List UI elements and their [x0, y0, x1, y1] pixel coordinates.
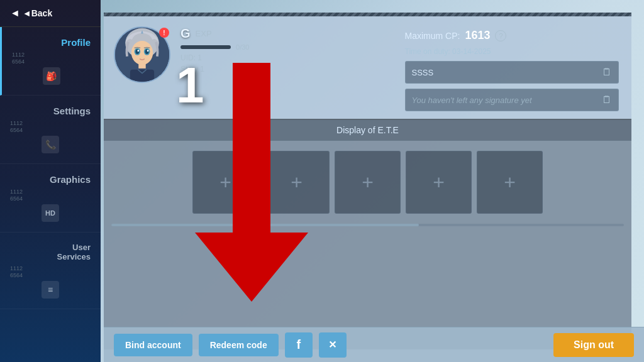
ete-header: Display of E.T.E: [104, 120, 631, 141]
profile-info: G EXP 0/30 UID: 1 Story 1: [180, 26, 395, 74]
profile-exp-label: EXP: [196, 29, 212, 38]
graphics-icon: HD: [42, 204, 59, 222]
sidebar-item-profile[interactable]: Profile 1112 6564 🎒: [0, 27, 101, 96]
profile-uid: UID: 1: [180, 53, 395, 62]
redeem-code-button[interactable]: Redeem code: [199, 334, 279, 356]
nickname-field[interactable]: SSSS 🗒: [405, 61, 619, 84]
cp-value: 1613: [465, 29, 490, 42]
back-label: ◄Back: [23, 8, 52, 18]
svg-point-8: [137, 50, 139, 52]
ete-slot-3[interactable]: +: [335, 151, 401, 214]
ete-plus-4: +: [433, 172, 445, 192]
sidebar-label-graphics: Graphics: [5, 174, 96, 185]
right-info-panel: Maximum CP: 1613 ? Time on duty: 03-14-2…: [405, 26, 619, 111]
user-services-icon: ≡: [42, 281, 59, 299]
back-icon: ◄: [10, 8, 20, 19]
sidebar: ◄ ◄Back Profile 1112 6564 🎒 Settings 111…: [0, 0, 101, 362]
signature-edit-icon[interactable]: 🗒: [602, 94, 612, 106]
nickname-value: SSSS: [412, 68, 434, 77]
facebook-button[interactable]: f: [285, 332, 313, 358]
profile-name-row: G EXP: [180, 26, 395, 41]
nickname-edit-icon[interactable]: 🗒: [602, 67, 612, 78]
profile-story: Story 1: [180, 65, 395, 74]
facebook-icon: f: [296, 337, 301, 352]
signature-field[interactable]: You haven't left any signature yet 🗒: [405, 89, 619, 111]
bottom-bar: Bind account Redeem code f ✕ Sign out: [104, 327, 644, 362]
ete-slot-5[interactable]: +: [477, 151, 543, 214]
sidebar-icon-row-graphics: HD: [42, 204, 59, 222]
profile-exp-bar-container: 0/30: [180, 43, 395, 51]
sidebar-icon-row-profile: 🎒: [43, 67, 60, 85]
sidebar-label-profile: Profile: [7, 37, 96, 48]
cp-help-icon[interactable]: ?: [495, 30, 506, 41]
sidebar-label-user-services: UserServices: [5, 243, 96, 261]
sidebar-icon-row-user-services: ≡: [42, 281, 59, 299]
back-button[interactable]: ◄ ◄Back: [0, 0, 101, 27]
sidebar-item-graphics[interactable]: Graphics 1112 6564 HD: [0, 164, 101, 233]
cp-row: Maximum CP: 1613 ?: [405, 29, 619, 42]
ete-scroll-hint: [111, 224, 624, 226]
profile-section: ! G EXP 0/30 UID: 1 Story 1: [104, 16, 631, 119]
sidebar-meta-graphics: 1112 6564: [5, 189, 96, 202]
sign-out-button[interactable]: Sign out: [553, 333, 634, 357]
sidebar-icon-row-settings: 📞: [42, 136, 59, 153]
max-cp-label: Maximum CP:: [405, 31, 460, 41]
svg-rect-11: [130, 70, 154, 82]
twitter-button[interactable]: ✕: [319, 332, 347, 358]
ete-slot-2[interactable]: +: [264, 151, 330, 214]
ete-section: Display of E.T.E + + + + +: [104, 119, 631, 349]
main-panel: ! G EXP 0/30 UID: 1 Story 1: [104, 13, 631, 349]
sidebar-meta-settings: 1112 6564: [5, 120, 96, 133]
duty-date: Time on duty: 03-14-2025: [405, 47, 619, 56]
sidebar-meta-user-services: 1112 6564: [5, 265, 96, 278]
signature-value: You haven't left any signature yet: [412, 96, 532, 105]
ete-slot-4[interactable]: +: [406, 151, 472, 214]
sidebar-item-user-services[interactable]: UserServices 1112 6564 ≡: [0, 233, 101, 309]
bind-account-button[interactable]: Bind account: [114, 334, 192, 356]
exp-value: 0/30: [236, 43, 249, 51]
ete-plus-1: +: [219, 172, 231, 192]
ete-slot-1[interactable]: +: [192, 151, 258, 214]
profile-name: G: [180, 26, 191, 41]
ete-plus-3: +: [362, 172, 374, 192]
profile-icon: 🎒: [43, 67, 60, 85]
sidebar-label-settings: Settings: [5, 106, 96, 116]
ete-plus-5: +: [504, 172, 516, 192]
svg-point-9: [147, 50, 149, 52]
sidebar-item-settings[interactable]: Settings 1112 6564 📞: [0, 96, 101, 164]
avatar-container[interactable]: !: [114, 26, 170, 83]
twitter-icon: ✕: [328, 339, 336, 351]
ete-slots: + + + + +: [104, 141, 631, 224]
ete-scroll-thumb: [111, 224, 419, 226]
sidebar-meta-profile: 1112 6564: [7, 52, 96, 65]
settings-icon: 📞: [42, 136, 59, 153]
notification-badge: !: [159, 28, 169, 38]
exp-bar-bg: [180, 45, 231, 49]
ete-plus-2: +: [291, 172, 303, 192]
